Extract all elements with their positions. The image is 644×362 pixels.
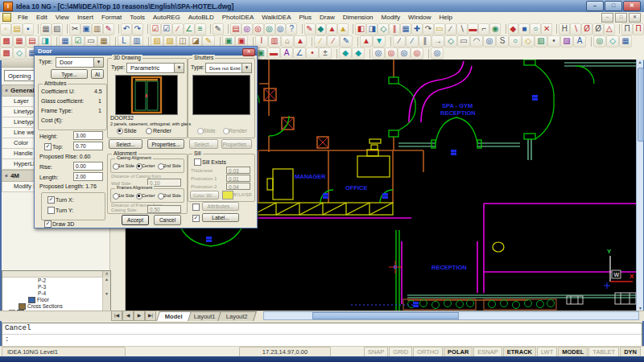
- dialog-close-button[interactable]: ✕: [242, 48, 255, 56]
- select-button[interactable]: Select...: [109, 139, 142, 149]
- draft-pen-icon[interactable]: ∕: [172, 23, 184, 35]
- top-field[interactable]: 0.70: [73, 142, 103, 150]
- zoom-center-icon[interactable]: ◎: [411, 47, 423, 60]
- tree-vscrollbar[interactable]: ▲▼: [102, 277, 110, 315]
- slope-tool-icon[interactable]: ▲: [326, 23, 337, 35]
- menu-insert[interactable]: Insert: [73, 12, 97, 23]
- chevron-down-icon[interactable]: ▼: [242, 64, 251, 72]
- no-plot-a-icon[interactable]: Ø: [581, 23, 592, 35]
- zoom-realtime-icon[interactable]: ◎: [242, 23, 253, 35]
- snap-diamond-icon[interactable]: ◆: [316, 23, 327, 35]
- tree-item-p-4[interactable]: P-4: [2, 290, 110, 297]
- mdi-minimize-button[interactable]: –: [601, 13, 613, 23]
- canvas-vscrollbar[interactable]: ▲▼: [636, 60, 643, 311]
- angle-measure-icon[interactable]: ∠: [184, 23, 195, 35]
- line-icon[interactable]: ∕: [393, 35, 406, 47]
- tree-item-p-3[interactable]: P-3: [2, 284, 110, 290]
- zoom-all-icon[interactable]: ◎: [431, 47, 444, 60]
- attributes-checkbox[interactable]: [192, 204, 200, 211]
- scroll-thumb[interactable]: [638, 68, 644, 142]
- home-view-icon[interactable]: ⌂: [281, 35, 294, 47]
- area-tool-icon[interactable]: ▲: [337, 23, 349, 35]
- menu-format[interactable]: Format: [97, 12, 126, 23]
- tree-item-cross-sections[interactable]: Cross Sections: [2, 303, 110, 310]
- chevron-down-icon[interactable]: ▼: [93, 58, 103, 67]
- save-icon[interactable]: ▪: [23, 23, 34, 35]
- draw-line-y-icon[interactable]: ∕: [314, 35, 327, 47]
- level-up-icon[interactable]: ▲: [360, 35, 373, 47]
- properties-button[interactable]: Properties...: [147, 139, 184, 149]
- spline-icon[interactable]: S: [496, 35, 509, 47]
- draw-3d-checkbox[interactable]: [44, 220, 52, 228]
- osnap-settings-icon[interactable]: ☑: [150, 23, 161, 35]
- copy-object-icon[interactable]: ◨: [366, 23, 378, 35]
- menu-file[interactable]: File: [14, 12, 32, 23]
- edit-pen-icon[interactable]: ✎: [213, 23, 224, 35]
- construction-line-icon[interactable]: →: [431, 35, 444, 47]
- menu-edit[interactable]: Edit: [32, 12, 52, 23]
- close-button[interactable]: ✕: [623, 1, 641, 11]
- tree-hscrollbar[interactable]: ✕: [2, 271, 110, 278]
- sill-exists-checkbox[interactable]: [194, 158, 201, 166]
- menu-window[interactable]: Window: [404, 12, 435, 23]
- units-tool-icon[interactable]: ±: [319, 47, 332, 60]
- snap-intersection-icon[interactable]: ✕: [541, 23, 552, 35]
- esnap-toggle-icon[interactable]: ☑: [161, 23, 172, 35]
- text-icon[interactable]: A: [573, 35, 586, 47]
- text-style-icon[interactable]: A: [280, 47, 293, 60]
- zoom-dynamic-icon[interactable]: ◎: [385, 47, 398, 60]
- draw-pencil-icon[interactable]: ✎: [304, 23, 316, 35]
- wall-tool-icon[interactable]: ▩: [0, 35, 13, 47]
- snap-center-icon[interactable]: ○: [530, 23, 541, 35]
- redo-icon[interactable]: ↷: [132, 23, 143, 35]
- format-painter-icon[interactable]: ✎: [103, 23, 114, 35]
- menu-photoidea[interactable]: PhotoIDEA: [218, 12, 258, 23]
- array-icon[interactable]: ▦: [400, 23, 411, 35]
- zoom-scale-icon[interactable]: ◎: [398, 47, 411, 60]
- zoom-window-icon[interactable]: ◎: [253, 23, 264, 35]
- menu-view[interactable]: View: [52, 12, 73, 23]
- tab-last-button[interactable]: ▶|: [145, 311, 156, 321]
- opening-tool-icon[interactable]: ▦: [13, 35, 26, 47]
- rectangle-icon[interactable]: ▭: [457, 35, 470, 47]
- canvas-hscrollbar[interactable]: [263, 311, 639, 320]
- insert-block-icon[interactable]: ◇: [522, 35, 535, 47]
- protrusion1-field[interactable]: 0.01: [226, 175, 250, 182]
- menu-dimension[interactable]: Dimension: [339, 12, 378, 23]
- layer-manager-icon[interactable]: ▤: [230, 23, 242, 35]
- minimize-button[interactable]: –: [586, 1, 604, 11]
- shutters-type-combo[interactable]: Does not Exist ▼: [205, 63, 252, 73]
- close-icon[interactable]: ✕: [102, 271, 110, 277]
- label-checkbox[interactable]: [192, 215, 200, 222]
- copy-icon[interactable]: ▣: [80, 23, 92, 35]
- menu-autobld[interactable]: AutoBLD: [184, 12, 218, 23]
- arc-icon[interactable]: ◠: [470, 35, 483, 47]
- tab-model[interactable]: Model: [156, 311, 192, 321]
- command-window[interactable]: Cancel :: [2, 323, 642, 347]
- menu-walkidea[interactable]: WalkIDEA: [258, 12, 295, 23]
- line-settings-icon[interactable]: ≡: [195, 23, 206, 35]
- thickness-field[interactable]: 0.03: [226, 167, 250, 174]
- render-radio[interactable]: [146, 128, 152, 134]
- mirror-icon[interactable]: ◇: [378, 23, 389, 35]
- dim-style-icon[interactable]: ∠: [293, 47, 306, 60]
- chevron-down-icon[interactable]: ▼: [174, 64, 184, 72]
- annotate-pen-icon[interactable]: ✎: [340, 35, 353, 47]
- menu-modify[interactable]: Modify: [378, 12, 405, 23]
- menu-autoreg[interactable]: AutoREG: [149, 12, 184, 23]
- render-settings-icon[interactable]: ▦: [619, 35, 632, 47]
- document-icon[interactable]: [2, 13, 11, 22]
- diamond-view-b-icon[interactable]: ◆: [352, 47, 365, 60]
- type-button[interactable]: Type...: [51, 69, 88, 79]
- top-checkbox[interactable]: [44, 143, 52, 150]
- offset-icon[interactable]: ∥: [389, 23, 400, 35]
- erase-icon[interactable]: ◧: [355, 23, 366, 35]
- rise-field[interactable]: 0.00: [73, 162, 103, 171]
- command-input[interactable]: :: [2, 335, 642, 345]
- region-icon[interactable]: ▨: [560, 35, 573, 47]
- lineweight-tool-icon[interactable]: ▬: [267, 47, 280, 60]
- attributes-button[interactable]: Attributes...: [202, 202, 239, 211]
- mdi-restore-button[interactable]: □: [615, 13, 627, 23]
- length-field[interactable]: 2.00: [73, 172, 103, 181]
- snap-endpoint-icon[interactable]: ◆: [508, 23, 519, 35]
